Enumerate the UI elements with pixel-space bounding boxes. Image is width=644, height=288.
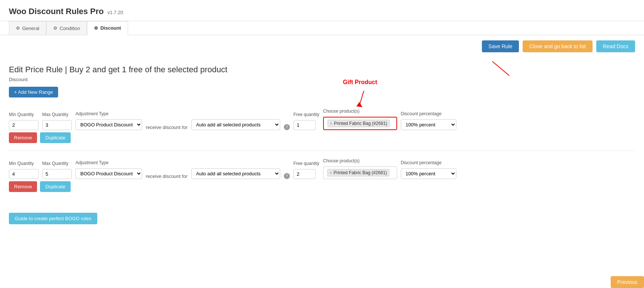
- toolbar: Save Rule Close and go back to list Read…: [0, 35, 644, 57]
- guide-button[interactable]: Guide to create perfect BOGO rules: [9, 213, 97, 224]
- choose-products-label-2: Choose product(s): [323, 158, 397, 163]
- svg-marker-1: [356, 102, 362, 107]
- app-version: v1.7.20: [107, 10, 123, 15]
- range-1-fields: Min Quantity Max Quantity Adjustment Typ…: [9, 109, 635, 130]
- max-qty-group-2: Max Quantity: [42, 161, 72, 179]
- adj-type-group-2: Adjustment Type BOGO Product Discount Pe…: [76, 160, 142, 179]
- close-button[interactable]: Close and go back to list: [523, 40, 593, 52]
- top-bar: Woo Discount Rules Pro v1.7.20: [0, 0, 644, 21]
- adj-type-select-2[interactable]: BOGO Product Discount Percentage discoun…: [76, 168, 142, 179]
- tab-discount[interactable]: ⚙ Discount: [87, 21, 128, 35]
- main-content: Edit Price Rule | Buy 2 and get 1 free o…: [0, 57, 644, 207]
- range-2-fields: Min Quantity Max Quantity Adjustment Typ…: [9, 158, 635, 179]
- range-divider: [9, 150, 635, 151]
- duplicate-button-2[interactable]: Duplicate: [40, 181, 70, 192]
- auto-add-select-2[interactable]: Auto add all selected products Auto add …: [191, 168, 280, 179]
- free-qty-group-2: Free quantity: [294, 161, 319, 179]
- choose-products-box-2[interactable]: × Printed Fabric Bag (#2681): [323, 166, 397, 179]
- max-qty-label-1: Max Quantity: [42, 112, 72, 117]
- adj-type-label-2: Adjustment Type: [76, 160, 142, 165]
- gift-label-float: Gift Product: [343, 79, 377, 86]
- add-new-range-button[interactable]: + Add New Range: [9, 87, 58, 97]
- tab-condition-label: Condition: [60, 26, 80, 31]
- min-qty-label-2: Min Quantity: [9, 161, 38, 166]
- free-qty-label-2: Free quantity: [294, 161, 319, 166]
- min-qty-input-2[interactable]: [9, 169, 38, 179]
- max-qty-input-1[interactable]: [42, 120, 72, 130]
- choose-products-box-1[interactable]: × Printed Fabric Bag (#2681): [323, 117, 397, 130]
- range-2-actions: Remove Duplicate: [9, 181, 635, 192]
- tab-condition[interactable]: ⚙ Condition: [46, 21, 87, 35]
- dropdown-group-2: Auto add all selected products Auto add …: [191, 168, 280, 179]
- choose-products-label-1: Choose product(s): [323, 109, 397, 114]
- product-tag-2: × Printed Fabric Bag (#2681): [327, 169, 390, 176]
- help-icon-2[interactable]: ?: [284, 173, 290, 179]
- tab-general[interactable]: ⚙ General: [9, 21, 46, 35]
- min-qty-label-1: Min Quantity: [9, 112, 38, 117]
- free-qty-input-1[interactable]: [294, 120, 316, 130]
- read-docs-button[interactable]: Read Docs: [596, 40, 635, 52]
- receive-text-1: receive discount for: [146, 125, 188, 130]
- max-qty-group-1: Max Quantity: [42, 112, 72, 130]
- free-qty-input-2[interactable]: [294, 169, 316, 179]
- max-qty-label-2: Max Quantity: [42, 161, 72, 166]
- app-title: Woo Discount Rules Pro: [9, 7, 104, 16]
- range-row-1: Min Quantity Max Quantity Adjustment Typ…: [9, 109, 635, 143]
- product-tag-remove-2[interactable]: ×: [330, 171, 332, 175]
- gear-icon-general: ⚙: [16, 26, 20, 31]
- tab-general-label: General: [22, 26, 39, 31]
- discount-pct-label-1: Discount percentage: [401, 111, 456, 116]
- discount-pct-select-1[interactable]: 100% percent 50% percent Fixed discount: [401, 119, 456, 130]
- discount-pct-select-2[interactable]: 100% percent 50% percent Fixed discount: [401, 168, 456, 179]
- adj-type-label-1: Adjustment Type: [76, 111, 142, 116]
- page-title: Edit Price Rule | Buy 2 and get 1 free o…: [9, 65, 635, 75]
- discount-pct-label-2: Discount percentage: [401, 160, 456, 165]
- dropdown-group-1: Auto add all selected products Auto add …: [191, 119, 280, 130]
- receive-text-2: receive discount for: [146, 173, 188, 179]
- free-qty-label-1: Free quantity: [294, 112, 319, 117]
- save-rule-button[interactable]: Save Rule: [482, 40, 519, 52]
- range-1-actions: Remove Duplicate: [9, 132, 635, 143]
- gear-icon-discount: ⚙: [94, 26, 98, 31]
- bottom-bar: Guide to create perfect BOGO rules: [0, 207, 644, 230]
- tabs-container: ⚙ General ⚙ Condition ⚙ Discount: [0, 21, 644, 35]
- choose-products-group-1: Choose product(s) × Printed Fabric Bag (…: [323, 109, 397, 130]
- discount-pct-group-2: Discount percentage 100% percent 50% per…: [401, 160, 456, 179]
- min-qty-input-1[interactable]: [9, 120, 38, 130]
- gift-arrow-svg: [356, 91, 368, 109]
- tab-discount-label: Discount: [100, 25, 121, 31]
- duplicate-button-1[interactable]: Duplicate: [40, 132, 70, 143]
- auto-add-select-1[interactable]: Auto add all selected products Auto add …: [191, 119, 280, 130]
- free-qty-group-1: Free quantity: [294, 112, 319, 130]
- product-tag-label-1: Printed Fabric Bag (#2681): [334, 121, 387, 126]
- remove-button-2[interactable]: Remove: [9, 181, 37, 192]
- product-tag-label-2: Printed Fabric Bag (#2681): [333, 170, 387, 175]
- range-row-2: Min Quantity Max Quantity Adjustment Typ…: [9, 158, 635, 192]
- min-qty-group-1: Min Quantity: [9, 112, 38, 130]
- min-qty-group-2: Min Quantity: [9, 161, 38, 179]
- discount-section-label: Discount: [9, 77, 635, 82]
- help-icon-1[interactable]: ?: [284, 124, 290, 130]
- gear-icon-condition: ⚙: [53, 26, 57, 31]
- remove-button-1[interactable]: Remove: [9, 132, 37, 143]
- adj-type-select-1[interactable]: BOGO Product Discount Percentage discoun…: [76, 119, 142, 130]
- discount-pct-group-1: Discount percentage 100% percent 50% per…: [401, 111, 456, 130]
- max-qty-input-2[interactable]: [42, 169, 72, 179]
- product-tag-remove-1[interactable]: ×: [330, 121, 332, 126]
- adj-type-group-1: Adjustment Type BOGO Product Discount Pe…: [76, 111, 142, 130]
- choose-products-group-2: Choose product(s) × Printed Fabric Bag (…: [323, 158, 397, 179]
- product-tag-1: × Printed Fabric Bag (#2681): [328, 120, 390, 127]
